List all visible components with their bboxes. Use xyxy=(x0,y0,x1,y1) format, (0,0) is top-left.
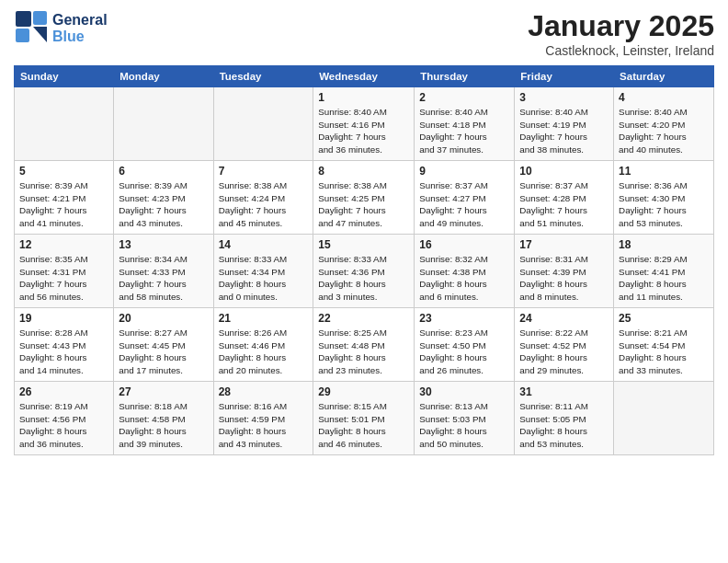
day-number: 17 xyxy=(519,238,609,251)
calendar-day-cell: 26Sunrise: 8:19 AM Sunset: 4:56 PM Dayli… xyxy=(15,382,114,455)
calendar-day-cell xyxy=(213,87,313,161)
calendar-day-cell: 10Sunrise: 8:37 AM Sunset: 4:28 PM Dayli… xyxy=(515,161,614,235)
calendar-day-cell: 7Sunrise: 8:38 AM Sunset: 4:24 PM Daylig… xyxy=(213,161,313,235)
day-number: 12 xyxy=(19,238,108,251)
day-info: Sunrise: 8:15 AM Sunset: 5:01 PM Dayligh… xyxy=(318,400,409,451)
day-number: 21 xyxy=(219,312,309,325)
title-block: January 2025 Castleknock, Leinster, Irel… xyxy=(528,9,714,58)
day-number: 30 xyxy=(419,385,509,398)
calendar-day-cell: 2Sunrise: 8:40 AM Sunset: 4:18 PM Daylig… xyxy=(415,87,515,161)
day-info: Sunrise: 8:11 AM Sunset: 5:05 PM Dayligh… xyxy=(519,400,609,451)
day-number: 7 xyxy=(219,165,309,178)
day-number: 9 xyxy=(419,165,509,178)
calendar-day-cell: 16Sunrise: 8:32 AM Sunset: 4:38 PM Dayli… xyxy=(415,235,515,308)
day-info: Sunrise: 8:35 AM Sunset: 4:31 PM Dayligh… xyxy=(19,253,108,304)
day-number: 1 xyxy=(318,91,409,104)
month-year-title: January 2025 xyxy=(528,9,714,43)
calendar-day-cell: 28Sunrise: 8:16 AM Sunset: 4:59 PM Dayli… xyxy=(213,382,313,455)
calendar-day-cell: 25Sunrise: 8:21 AM Sunset: 4:54 PM Dayli… xyxy=(614,308,714,382)
calendar-day-cell: 20Sunrise: 8:27 AM Sunset: 4:45 PM Dayli… xyxy=(114,308,213,382)
weekday-header-cell: Thursday xyxy=(415,66,515,87)
day-info: Sunrise: 8:40 AM Sunset: 4:20 PM Dayligh… xyxy=(619,106,709,156)
weekday-header-cell: Saturday xyxy=(614,66,714,87)
calendar-day-cell: 14Sunrise: 8:33 AM Sunset: 4:34 PM Dayli… xyxy=(213,235,313,308)
calendar-day-cell: 22Sunrise: 8:25 AM Sunset: 4:48 PM Dayli… xyxy=(313,308,415,382)
calendar-day-cell: 9Sunrise: 8:37 AM Sunset: 4:27 PM Daylig… xyxy=(415,161,515,235)
calendar-week-row: 19Sunrise: 8:28 AM Sunset: 4:43 PM Dayli… xyxy=(15,308,714,382)
calendar-day-cell: 27Sunrise: 8:18 AM Sunset: 4:58 PM Dayli… xyxy=(114,382,213,455)
calendar-day-cell xyxy=(114,87,213,161)
day-info: Sunrise: 8:39 AM Sunset: 4:21 PM Dayligh… xyxy=(19,179,108,230)
day-info: Sunrise: 8:29 AM Sunset: 4:41 PM Dayligh… xyxy=(619,253,709,304)
day-number: 22 xyxy=(318,312,409,325)
day-number: 20 xyxy=(119,312,208,325)
day-number: 15 xyxy=(318,238,409,251)
weekday-header-cell: Friday xyxy=(515,66,614,87)
day-info: Sunrise: 8:23 AM Sunset: 4:50 PM Dayligh… xyxy=(419,327,509,377)
weekday-header-cell: Sunday xyxy=(15,66,114,87)
day-info: Sunrise: 8:36 AM Sunset: 4:30 PM Dayligh… xyxy=(619,179,709,230)
day-info: Sunrise: 8:18 AM Sunset: 4:58 PM Dayligh… xyxy=(119,400,208,451)
calendar-day-cell: 18Sunrise: 8:29 AM Sunset: 4:41 PM Dayli… xyxy=(614,235,714,308)
day-number: 16 xyxy=(419,238,509,251)
day-number: 6 xyxy=(119,165,208,178)
day-info: Sunrise: 8:32 AM Sunset: 4:38 PM Dayligh… xyxy=(419,253,509,304)
day-number: 23 xyxy=(419,312,509,325)
calendar-day-cell: 17Sunrise: 8:31 AM Sunset: 4:39 PM Dayli… xyxy=(515,235,614,308)
calendar-day-cell: 15Sunrise: 8:33 AM Sunset: 4:36 PM Dayli… xyxy=(313,235,415,308)
calendar-week-row: 26Sunrise: 8:19 AM Sunset: 4:56 PM Dayli… xyxy=(15,382,714,455)
calendar-day-cell: 1Sunrise: 8:40 AM Sunset: 4:16 PM Daylig… xyxy=(313,87,415,161)
logo-icon xyxy=(14,9,49,44)
calendar-day-cell xyxy=(15,87,114,161)
calendar-day-cell: 8Sunrise: 8:38 AM Sunset: 4:25 PM Daylig… xyxy=(313,161,415,235)
day-info: Sunrise: 8:19 AM Sunset: 4:56 PM Dayligh… xyxy=(19,400,108,451)
day-info: Sunrise: 8:38 AM Sunset: 4:25 PM Dayligh… xyxy=(318,179,409,230)
day-number: 14 xyxy=(219,238,309,251)
calendar-day-cell: 4Sunrise: 8:40 AM Sunset: 4:20 PM Daylig… xyxy=(614,87,714,161)
calendar-day-cell: 21Sunrise: 8:26 AM Sunset: 4:46 PM Dayli… xyxy=(213,308,313,382)
day-info: Sunrise: 8:21 AM Sunset: 4:54 PM Dayligh… xyxy=(619,327,709,377)
logo-line2: Blue xyxy=(52,29,108,45)
day-info: Sunrise: 8:39 AM Sunset: 4:23 PM Dayligh… xyxy=(119,179,208,230)
day-info: Sunrise: 8:16 AM Sunset: 4:59 PM Dayligh… xyxy=(219,400,309,451)
day-info: Sunrise: 8:38 AM Sunset: 4:24 PM Dayligh… xyxy=(219,179,309,230)
day-info: Sunrise: 8:37 AM Sunset: 4:27 PM Dayligh… xyxy=(419,179,509,230)
day-number: 10 xyxy=(519,165,609,178)
day-number: 18 xyxy=(619,238,709,251)
calendar-day-cell: 12Sunrise: 8:35 AM Sunset: 4:31 PM Dayli… xyxy=(15,235,114,308)
day-number: 4 xyxy=(619,91,709,104)
calendar-day-cell: 30Sunrise: 8:13 AM Sunset: 5:03 PM Dayli… xyxy=(415,382,515,455)
weekday-header-row: SundayMondayTuesdayWednesdayThursdayFrid… xyxy=(15,66,714,87)
calendar-day-cell xyxy=(614,382,714,455)
day-info: Sunrise: 8:25 AM Sunset: 4:48 PM Dayligh… xyxy=(318,327,409,377)
day-number: 31 xyxy=(519,385,609,398)
calendar-day-cell: 31Sunrise: 8:11 AM Sunset: 5:05 PM Dayli… xyxy=(515,382,614,455)
day-info: Sunrise: 8:13 AM Sunset: 5:03 PM Dayligh… xyxy=(419,400,509,451)
day-info: Sunrise: 8:40 AM Sunset: 4:19 PM Dayligh… xyxy=(519,106,609,156)
day-number: 8 xyxy=(318,165,409,178)
day-number: 25 xyxy=(619,312,709,325)
calendar-week-row: 12Sunrise: 8:35 AM Sunset: 4:31 PM Dayli… xyxy=(15,235,714,308)
day-info: Sunrise: 8:22 AM Sunset: 4:52 PM Dayligh… xyxy=(519,327,609,377)
svg-rect-2 xyxy=(33,11,47,25)
day-number: 28 xyxy=(219,385,309,398)
day-number: 2 xyxy=(419,91,509,104)
day-number: 29 xyxy=(318,385,409,398)
day-number: 5 xyxy=(19,165,108,178)
day-info: Sunrise: 8:33 AM Sunset: 4:36 PM Dayligh… xyxy=(318,253,409,304)
page: General Blue January 2025 Castleknock, L… xyxy=(0,0,728,563)
calendar-day-cell: 5Sunrise: 8:39 AM Sunset: 4:21 PM Daylig… xyxy=(15,161,114,235)
header: General Blue January 2025 Castleknock, L… xyxy=(14,9,714,58)
calendar-day-cell: 19Sunrise: 8:28 AM Sunset: 4:43 PM Dayli… xyxy=(15,308,114,382)
calendar-day-cell: 13Sunrise: 8:34 AM Sunset: 4:33 PM Dayli… xyxy=(114,235,213,308)
calendar-body: 1Sunrise: 8:40 AM Sunset: 4:16 PM Daylig… xyxy=(15,87,714,455)
day-info: Sunrise: 8:34 AM Sunset: 4:33 PM Dayligh… xyxy=(119,253,208,304)
weekday-header-cell: Tuesday xyxy=(213,66,313,87)
calendar-day-cell: 11Sunrise: 8:36 AM Sunset: 4:30 PM Dayli… xyxy=(614,161,714,235)
day-info: Sunrise: 8:40 AM Sunset: 4:16 PM Dayligh… xyxy=(318,106,409,156)
calendar-week-row: 1Sunrise: 8:40 AM Sunset: 4:16 PM Daylig… xyxy=(15,87,714,161)
day-info: Sunrise: 8:33 AM Sunset: 4:34 PM Dayligh… xyxy=(219,253,309,304)
logo: General Blue xyxy=(14,9,108,48)
day-info: Sunrise: 8:31 AM Sunset: 4:39 PM Dayligh… xyxy=(519,253,609,304)
day-info: Sunrise: 8:26 AM Sunset: 4:46 PM Dayligh… xyxy=(219,327,309,377)
